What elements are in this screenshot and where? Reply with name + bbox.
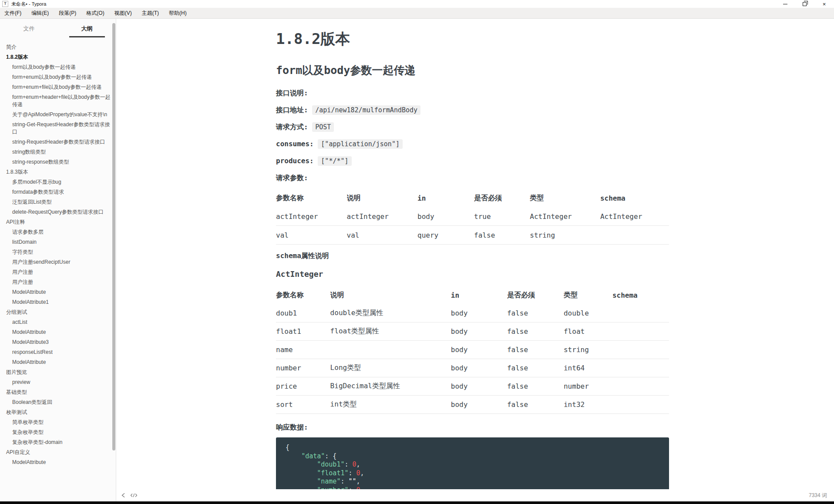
schema-note-heading: schema属性说明 (276, 252, 669, 260)
menu-item[interactable]: 格式(O) (83, 8, 107, 18)
close-button[interactable]: × (814, 0, 834, 8)
menu-item[interactable]: 主题(T) (139, 8, 162, 18)
sidebar-scrollbar[interactable] (112, 23, 115, 450)
table-header-cell: 说明 (347, 189, 418, 207)
field-label: 接口地址: (276, 106, 308, 114)
field-label: 请求参数: (276, 174, 308, 182)
outline-item[interactable]: Boolean类型返回 (12, 397, 112, 407)
table-cell: int类型 (330, 396, 451, 414)
status-icons (121, 492, 142, 498)
field-row: 接口说明: (276, 88, 669, 98)
inline-code: ["*/*"] (318, 156, 351, 166)
close-icon: × (823, 1, 826, 7)
outline-item[interactable]: form以及body参数一起传递 (12, 62, 112, 72)
outline-item[interactable]: delete-RequestQuery参数类型请求接口 (12, 207, 112, 217)
table-row: namebodyfalsestring (276, 341, 669, 359)
tab-outline[interactable]: 大纲 (58, 19, 116, 37)
source-code-mode-icon[interactable] (130, 492, 138, 498)
table-cell: double (564, 304, 612, 323)
outline-item[interactable]: 复杂枚举类型-domain (12, 437, 112, 447)
tab-outline-label: 大纲 (69, 25, 105, 37)
outline-item[interactable]: string-RequestHeader参数类型请求接口 (12, 137, 112, 147)
outline-item[interactable]: form+enum+file以及body参数一起传递 (12, 82, 112, 92)
table-cell: body (451, 341, 507, 359)
outline-item[interactable]: ModelAttribute (12, 287, 112, 297)
taskbar-strip (0, 501, 834, 504)
table-cell: Long类型 (330, 359, 451, 377)
outline-item[interactable]: 泛型返回List类型 (12, 197, 112, 207)
window-titlebar: T 未命名• - Typora × (0, 0, 834, 8)
table-cell: val (276, 226, 347, 245)
editor-content[interactable]: 1.8.2版本 form以及body参数一起传递 接口说明:接口地址: /api… (116, 19, 834, 504)
inline-code: /api/new182/mulformAndBody (312, 105, 420, 115)
outline-item[interactable]: 1.8.2版本 (6, 52, 112, 62)
menu-item[interactable]: 段落(P) (56, 8, 79, 18)
outline-item[interactable]: 1.8.3版本 (6, 167, 112, 177)
table-cell: float类型属性 (330, 323, 451, 341)
outline-item[interactable]: 用户注册sendReciptUser (12, 257, 112, 267)
outline-item[interactable]: API自定义 (6, 447, 112, 457)
outline-item[interactable]: 用户注册 (12, 267, 112, 277)
table-cell: body (451, 323, 507, 341)
tab-files[interactable]: 文件 (0, 19, 58, 37)
outline-item[interactable]: preview (12, 377, 112, 387)
outline-item[interactable]: 分组测试 (6, 307, 112, 317)
table-row: float1float类型属性bodyfalsefloat (276, 323, 669, 341)
table-cell: body (417, 207, 474, 226)
request-params-table: 参数名称说明in是否必须类型schemaactIntegeractInteger… (276, 189, 669, 245)
table-cell: actInteger (276, 207, 347, 226)
table-row: doub1double类型属性bodyfalsedouble (276, 304, 669, 323)
table-cell: query (417, 226, 474, 245)
minimize-button[interactable] (775, 0, 795, 8)
outline-item[interactable]: 基础类型 (6, 387, 112, 397)
outline-item[interactable]: 字符类型 (12, 247, 112, 257)
table-cell: float1 (276, 323, 330, 341)
outline-item[interactable]: 简单枚举类型 (12, 417, 112, 427)
outline-item[interactable]: string数组类型 (12, 147, 112, 157)
outline-item[interactable]: 枚举测试 (6, 407, 112, 417)
outline-item[interactable]: API注释 (6, 217, 112, 227)
outline-item[interactable]: 图片预览 (6, 367, 112, 377)
table-cell: body (451, 304, 507, 323)
outline-item[interactable]: 请求参数多层 (12, 227, 112, 237)
outline-item[interactable]: responseListRest (12, 347, 112, 357)
outline-item[interactable]: ModelAttribute (12, 357, 112, 367)
field-label: 接口说明: (276, 89, 308, 97)
outline-item[interactable]: formdata参数类型请求 (12, 187, 112, 197)
outline-item[interactable]: 简介 (6, 42, 112, 52)
menu-item[interactable]: 编辑(E) (28, 8, 52, 18)
menu-item[interactable]: 视图(V) (111, 8, 135, 18)
code-line: "doub1": 0, (286, 460, 662, 469)
table-cell: ActInteger (530, 207, 600, 226)
outline-item[interactable]: ModelAttribute3 (12, 337, 112, 347)
outline-item[interactable]: string-Get-RequestHeader参数类型请求接口 (12, 120, 112, 137)
code-line: "name": "", (286, 477, 662, 486)
outline-item[interactable]: 用户注册 (12, 277, 112, 287)
outline-item[interactable]: 多层model不显示bug (12, 177, 112, 187)
outline-item[interactable]: ModelAttribute (12, 457, 112, 467)
model-name-heading: ActInteger (276, 269, 669, 279)
status-bar: 7334 词 (116, 489, 834, 501)
menu-item[interactable]: 文件(F) (1, 8, 24, 18)
outline-item[interactable]: actList (12, 317, 112, 327)
outline-item[interactable]: string-response数组类型 (12, 157, 112, 167)
outline-item[interactable]: 复杂枚举类型 (12, 427, 112, 437)
table-cell (612, 359, 669, 377)
table-cell: ActInteger (600, 207, 669, 226)
field-label: consumes: (276, 140, 314, 148)
outline-item[interactable]: ModelAttribute1 (12, 297, 112, 307)
table-header-row: 参数名称说明in是否必须类型schema (276, 189, 669, 207)
table-cell: string (564, 341, 612, 359)
outline-item[interactable]: form+enum以及body参数一起传递 (12, 72, 112, 82)
restore-button[interactable] (795, 0, 814, 8)
table-cell: doub1 (276, 304, 330, 323)
outline-item[interactable]: form+enum+header+file以及body参数一起传递 (12, 92, 112, 110)
menu-item[interactable]: 帮助(H) (166, 8, 190, 18)
sidebar-toggle-icon[interactable] (121, 492, 126, 498)
outline-item[interactable]: listDomain (12, 237, 112, 247)
outline-item[interactable]: ModelAttribute (12, 327, 112, 337)
table-cell (612, 377, 669, 396)
table-header-cell: 类型 (564, 286, 612, 304)
outline-item[interactable]: 关于@ApiModelProperty的value不支持\n (12, 110, 112, 120)
table-cell: BigDecimal类型属性 (330, 377, 451, 396)
